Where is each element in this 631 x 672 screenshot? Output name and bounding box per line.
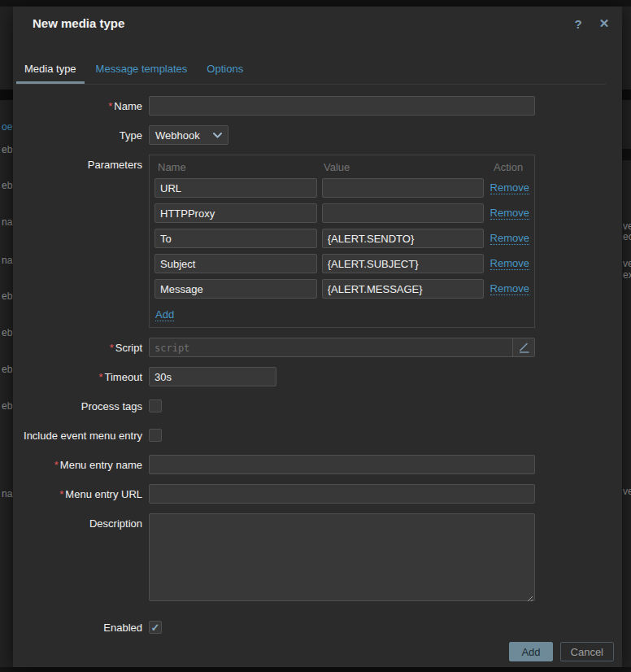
parameter-row: Remove — [154, 178, 529, 198]
background-text-fragment: oe — [2, 121, 12, 133]
name-input[interactable] — [149, 96, 535, 116]
include-event-menu-label: Include event menu entry — [23, 425, 142, 445]
script-input[interactable] — [149, 338, 535, 357]
process-tags-checkbox[interactable] — [149, 399, 162, 412]
background-text-fragment: eb — [2, 400, 12, 412]
script-label: *Script — [23, 338, 142, 357]
process-tags-label: Process tags — [23, 396, 142, 416]
media-type-form: *Name Type Webhook Parameters Name Value — [13, 85, 622, 635]
timeout-row: *Timeout — [23, 367, 606, 386]
background-text-fragment: ve — [623, 220, 631, 232]
required-asterisk: * — [54, 459, 59, 471]
timeout-label: *Timeout — [23, 367, 142, 386]
background-text-fragment: ec — [623, 231, 631, 242]
tab-bar: Media type Message templates Options — [16, 57, 606, 85]
timeout-input[interactable] — [149, 367, 276, 386]
background-text-fragment: na — [2, 488, 12, 500]
parameter-name-input[interactable] — [154, 178, 317, 198]
type-select-value: Webhook — [155, 129, 200, 142]
backdrop-bottom-band — [0, 667, 631, 672]
menu-entry-url-label: *Menu entry URL — [23, 484, 142, 504]
menu-entry-name-input[interactable] — [149, 455, 535, 474]
dialog-header[interactable]: New media type ? ✕ — [13, 7, 622, 39]
parameters-row: Parameters Name Value Action Remove — [23, 155, 606, 328]
menu-entry-url-row: *Menu entry URL — [23, 484, 606, 504]
column-header-name: Name — [154, 162, 324, 173]
type-label: Type — [23, 125, 142, 145]
add-button[interactable]: Add — [509, 642, 552, 661]
close-icon[interactable]: ✕ — [594, 15, 614, 33]
parameter-row: Remove — [154, 229, 529, 248]
enabled-row: Enabled ✓ — [23, 617, 606, 635]
background-text-fragment: ve — [623, 258, 631, 269]
dialog-title: New media type — [33, 16, 124, 30]
tab-options[interactable]: Options — [198, 57, 251, 84]
parameter-name-input[interactable] — [154, 203, 317, 223]
enabled-label: Enabled — [23, 617, 142, 635]
parameter-name-input[interactable] — [154, 254, 317, 273]
enabled-checkbox[interactable]: ✓ — [149, 621, 162, 634]
backdrop-top-band — [0, 0, 631, 7]
cancel-button[interactable]: Cancel — [560, 642, 614, 661]
name-row: *Name — [23, 96, 606, 116]
pencil-icon — [517, 341, 530, 354]
background-text-fragment: na — [2, 216, 12, 228]
new-media-type-dialog: New media type ? ✕ Media type Message te… — [13, 7, 622, 667]
background-text-fragment: exa — [623, 269, 631, 281]
column-header-value: Value — [324, 162, 494, 173]
required-asterisk: * — [59, 488, 63, 500]
menu-entry-url-input[interactable] — [149, 484, 535, 504]
include-event-menu-checkbox[interactable] — [149, 429, 162, 442]
script-row: *Script — [23, 338, 606, 357]
parameter-value-input[interactable] — [322, 178, 484, 198]
remove-parameter-link[interactable]: Remove — [490, 282, 529, 295]
background-text-fragment: eb — [2, 180, 12, 191]
parameter-value-input[interactable] — [322, 254, 484, 273]
chevron-down-icon — [213, 133, 222, 138]
help-icon[interactable]: ? — [568, 15, 588, 33]
tab-message-templates[interactable]: Message templates — [88, 57, 196, 84]
background-text-fragment: ve — [623, 486, 631, 497]
parameter-value-input[interactable] — [322, 279, 484, 299]
process-tags-row: Process tags — [23, 396, 606, 416]
required-asterisk: * — [108, 100, 112, 112]
parameter-value-input[interactable] — [322, 203, 484, 223]
required-asterisk: * — [98, 371, 102, 383]
type-select[interactable]: Webhook — [149, 125, 228, 145]
background-text-fragment: eb — [2, 144, 12, 155]
parameter-row: Remove — [154, 279, 529, 299]
parameter-row: Remove — [154, 254, 529, 273]
remove-parameter-link[interactable]: Remove — [490, 207, 529, 220]
parameters-table-header: Name Value Action — [154, 160, 529, 178]
parameter-row: Remove — [154, 203, 529, 223]
background-text-fragment: eb — [2, 290, 12, 302]
description-label: Description — [23, 513, 142, 604]
remove-parameter-link[interactable]: Remove — [490, 257, 529, 270]
remove-parameter-link[interactable]: Remove — [490, 232, 529, 245]
menu-entry-name-row: *Menu entry name — [23, 455, 606, 474]
background-text-fragment: eb — [2, 327, 12, 338]
backdrop-right-band — [622, 149, 631, 160]
parameter-name-input[interactable] — [154, 279, 317, 299]
type-row: Type Webhook — [23, 125, 606, 145]
add-parameter-link[interactable]: Add — [155, 308, 174, 321]
dialog-footer: Add Cancel — [509, 642, 614, 661]
description-textarea[interactable] — [149, 513, 535, 601]
tab-media-type[interactable]: Media type — [16, 57, 85, 84]
column-header-action: Action — [494, 162, 529, 173]
include-event-menu-row: Include event menu entry — [23, 425, 606, 445]
description-row: Description — [23, 513, 606, 604]
menu-entry-name-label: *Menu entry name — [23, 455, 142, 474]
required-asterisk: * — [110, 342, 114, 354]
background-text-fragment: eb — [2, 364, 12, 375]
edit-script-button[interactable] — [512, 338, 534, 356]
background-text-fragment: na — [2, 255, 12, 266]
parameters-label: Parameters — [23, 155, 142, 328]
name-label: *Name — [23, 96, 142, 116]
checkmark-icon: ✓ — [151, 622, 160, 633]
parameter-value-input[interactable] — [322, 229, 484, 248]
remove-parameter-link[interactable]: Remove — [490, 181, 529, 194]
parameter-name-input[interactable] — [154, 229, 317, 248]
parameters-table: Name Value Action Remove Remove — [149, 155, 535, 328]
